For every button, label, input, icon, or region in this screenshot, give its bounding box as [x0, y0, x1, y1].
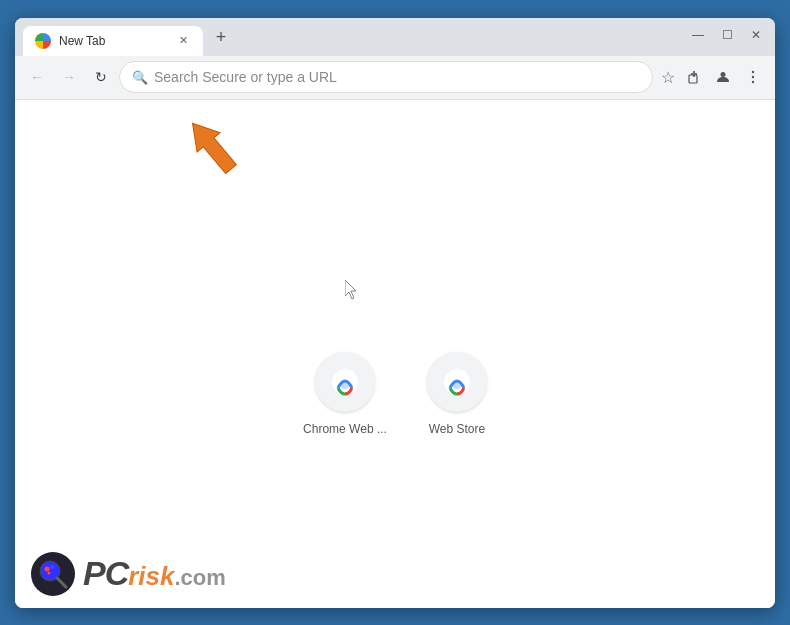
web-store-favicon [443, 368, 471, 396]
arrow-svg [175, 110, 255, 190]
menu-button[interactable] [739, 63, 767, 91]
close-button[interactable]: ✕ [745, 26, 767, 44]
profile-button[interactable] [709, 63, 737, 91]
svg-point-13 [48, 571, 51, 574]
watermark-domain: .com [175, 565, 226, 590]
tab-favicon [35, 33, 51, 49]
browser-window: New Tab ✕ + — ☐ ✕ ← → ↻ 🔍 Search Secure … [15, 18, 775, 608]
new-tab-button[interactable]: + [207, 24, 235, 52]
extensions-button[interactable] [679, 63, 707, 91]
svg-point-1 [721, 72, 726, 77]
maximize-button[interactable]: ☐ [716, 26, 739, 44]
watermark-risk: risk [128, 561, 174, 591]
forward-button[interactable]: → [55, 63, 83, 91]
title-bar: New Tab ✕ + — ☐ ✕ [15, 18, 775, 56]
svg-point-2 [752, 71, 754, 73]
search-icon: 🔍 [132, 70, 148, 85]
watermark: PCrisk.com [31, 552, 226, 596]
chrome-web-favicon [331, 368, 359, 396]
svg-point-3 [752, 76, 754, 78]
back-button[interactable]: ← [23, 63, 51, 91]
svg-point-9 [453, 381, 461, 389]
browser-content: Chrome Web ... Web Store [15, 100, 775, 608]
svg-point-7 [341, 381, 349, 389]
reload-button[interactable]: ↻ [87, 63, 115, 91]
browser-toolbar: ← → ↻ 🔍 Search Secure or type a URL ☆ [15, 56, 775, 100]
shortcuts-grid: Chrome Web ... Web Store [303, 352, 487, 436]
watermark-text: PCrisk.com [83, 554, 226, 593]
tab-title: New Tab [59, 34, 167, 48]
shortcut-label-web-store: Web Store [429, 422, 485, 436]
watermark-pc: PC [83, 554, 128, 592]
svg-point-11 [45, 566, 50, 571]
svg-point-12 [50, 565, 54, 569]
svg-marker-5 [181, 113, 243, 178]
bookmark-star-icon[interactable]: ☆ [661, 68, 675, 87]
address-bar[interactable]: 🔍 Search Secure or type a URL [119, 61, 653, 93]
watermark-logo-circle [31, 552, 75, 596]
window-controls: — ☐ ✕ [686, 26, 767, 44]
arrow-annotation [175, 110, 255, 190]
active-tab[interactable]: New Tab ✕ [23, 26, 203, 56]
shortcut-icon-chrome-web [315, 352, 375, 412]
more-options-icon [745, 69, 761, 85]
pcrisk-logo-icon [36, 557, 70, 591]
profile-icon [715, 69, 731, 85]
shortcut-chrome-web[interactable]: Chrome Web ... [303, 352, 387, 436]
mouse-cursor [345, 280, 361, 300]
tab-close-button[interactable]: ✕ [175, 33, 191, 49]
extensions-icon [685, 69, 701, 85]
address-placeholder: Search Secure or type a URL [154, 69, 640, 85]
toolbar-right-icons [679, 63, 767, 91]
svg-point-4 [752, 81, 754, 83]
shortcut-label-chrome-web: Chrome Web ... [303, 422, 387, 436]
minimize-button[interactable]: — [686, 26, 710, 44]
shortcut-web-store[interactable]: Web Store [427, 352, 487, 436]
shortcut-icon-web-store [427, 352, 487, 412]
svg-line-14 [57, 578, 66, 587]
